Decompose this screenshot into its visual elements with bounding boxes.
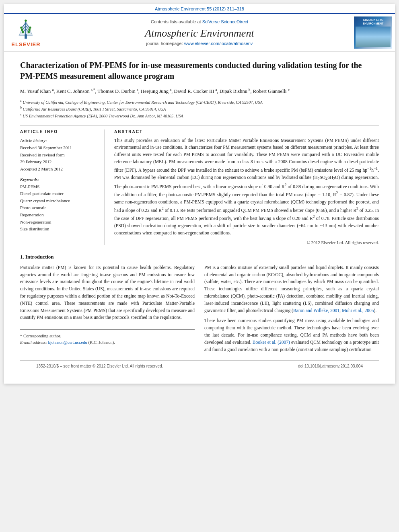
bottom-bar: 1352-2310/$ – see front matter © 2012 El… (20, 360, 379, 372)
svg-point-13 (29, 29, 31, 31)
intro-right-text: PM is a complex mixture of extremely sma… (204, 264, 379, 353)
abstract-col: Abstract This study provides an evaluati… (114, 129, 379, 245)
footnote-section: * Corresponding author. E-mail address: … (20, 329, 195, 346)
elsevier-brand-text: ELSEVIER (11, 41, 40, 47)
revised-label: Received in revised form (20, 152, 98, 159)
article-history-label: Article history: (20, 137, 98, 144)
keyword-1: PM-PEMS (20, 183, 98, 191)
keyword-5: Regeneration (20, 212, 98, 219)
affiliations: a University of California, College of E… (20, 99, 379, 119)
journal-cover-section: ATMOSPHERICENVIRONMENT (351, 14, 395, 51)
accepted-date: Accepted 2 March 2012 (20, 166, 98, 173)
footnote-corresponding: * Corresponding author. (20, 333, 195, 339)
body-right-col: PM is a complex mixture of extremely sma… (204, 264, 379, 357)
doi-text: doi:10.1016/j.atmosenv.2012.03.004 (298, 364, 363, 368)
svg-point-10 (21, 27, 23, 29)
authors-line: M. Yusuf Khan a, Kent C. Johnson a,*, Th… (20, 87, 379, 95)
keywords-section: Keywords: PM-PEMS Diesel particulate mat… (20, 177, 98, 233)
abstract-label: Abstract (114, 129, 379, 134)
sciverse-line: Contents lists available at SciVerse Sci… (151, 19, 248, 24)
body-two-col: Particulate matter (PM) is known for its… (20, 264, 379, 357)
intro-left-text: Particulate matter (PM) is known for its… (20, 264, 195, 322)
received-date: Received 30 September 2011 (20, 144, 98, 152)
paper-content: Characterization of PM-PEMS for in-use m… (4, 52, 395, 384)
svg-point-16 (25, 20, 27, 22)
intro-heading: 1. Introduction (20, 254, 379, 260)
article-info-col: Article Info Article history: Received 3… (20, 129, 105, 245)
keyword-4: Photo-acoustic (20, 204, 98, 212)
cover-title-text: ATMOSPHERICENVIRONMENT (363, 18, 384, 25)
journal-title: Atmospheric Environment (145, 27, 254, 39)
page: Atmospheric Environment 55 (2012) 311–31… (4, 4, 395, 384)
footnote-email: E-mail address: kjohnson@cert.ucr.edu (K… (20, 339, 195, 346)
journal-header: ELSEVIER Contents lists available at Sci… (4, 13, 395, 52)
keyword-2: Diesel particulate matter (20, 190, 98, 197)
elsevier-tree-icon (14, 18, 38, 40)
body-left-col: Particulate matter (PM) is known for its… (20, 264, 195, 357)
top-reference: Atmospheric Environment 55 (2012) 311–31… (4, 4, 395, 13)
email-link[interactable]: kjohnson@cert.ucr.edu (48, 340, 87, 345)
journal-ref-text: Atmospheric Environment 55 (2012) 311–31… (155, 6, 244, 11)
divider-1 (20, 125, 379, 125)
abstract-text: This study provides an evaluation of the… (114, 137, 379, 237)
journal-homepage: journal homepage: www.elsevier.com/locat… (146, 41, 253, 46)
svg-point-14 (22, 31, 24, 33)
issn-text: 1352-2310/$ – see front matter © 2012 El… (36, 364, 163, 368)
elsevier-logo-section: ELSEVIER (4, 14, 48, 51)
article-info-label: Article Info (20, 129, 98, 134)
keyword-7: Size distribution (20, 226, 98, 233)
keywords-label: Keywords: (20, 177, 98, 182)
svg-point-12 (21, 29, 24, 31)
journal-cover-image: ATMOSPHERICENVIRONMENT (354, 16, 392, 49)
introduction-section: 1. Introduction Particulate matter (PM) … (20, 254, 379, 357)
copyright-text: © 2012 Elsevier Ltd. All rights reserved… (114, 240, 379, 245)
keyword-6: Non-regeneration (20, 219, 98, 226)
journal-header-center: Contents lists available at SciVerse Sci… (48, 14, 351, 51)
cover-image-area (356, 27, 391, 47)
sciverse-link[interactable]: SciVerse ScienceDirect (202, 19, 248, 24)
svg-point-11 (29, 27, 32, 29)
article-info-abstract-section: Article Info Article history: Received 3… (20, 129, 379, 245)
keyword-3: Quartz crystal microbalance (20, 197, 98, 205)
elsevier-logo: ELSEVIER (11, 18, 40, 47)
svg-point-15 (28, 31, 30, 33)
paper-title: Characterization of PM-PEMS for in-use m… (20, 60, 379, 82)
revised-date: 29 February 2012 (20, 158, 98, 166)
homepage-url[interactable]: www.elsevier.com/locate/atmosenv (184, 41, 253, 46)
